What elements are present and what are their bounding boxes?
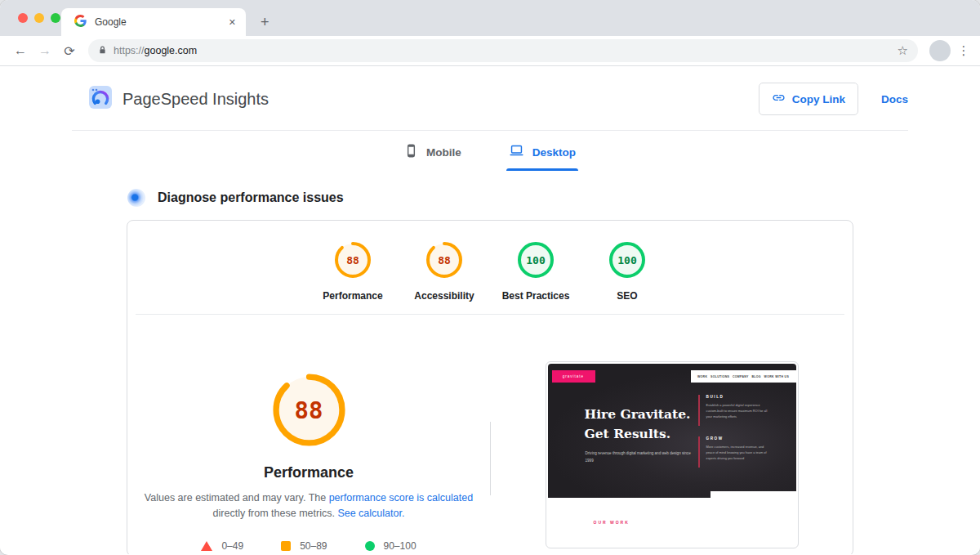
score-label: Accessibility [406, 290, 483, 302]
site-footer-strip: OUR WORK [548, 498, 796, 546]
psi-header: PageSpeed Insights Copy Link Docs [0, 66, 980, 127]
mobile-phone-icon [404, 144, 418, 160]
score-label: Best Practices [497, 290, 574, 302]
score-value: 88 [425, 240, 464, 280]
section-heading-row: Diagnose performance issues [127, 189, 980, 207]
zoom-window-button[interactable] [51, 13, 60, 23]
pagespeed-page: PageSpeed Insights Copy Link Docs [0, 66, 980, 554]
final-screenshot-panel: gravitate WORK SOLUTIONS COMPANY BLOG WO… [491, 315, 853, 552]
forward-icon[interactable]: → [33, 43, 57, 58]
site-cta: OUR WORK [594, 520, 630, 525]
link-icon [772, 91, 786, 107]
performance-section-label: Performance [127, 464, 490, 481]
site-navbar: WORK SOLUTIONS COMPANY BLOG WORK WITH US [691, 370, 796, 383]
profile-avatar[interactable] [929, 40, 951, 61]
gauge-performance[interactable]: 88 Performance [314, 240, 391, 302]
site-column-build: BUILD Establish a powerful digital exper… [698, 395, 785, 426]
site-subtext: Driving revenue through digital marketin… [586, 450, 700, 464]
site-column-title: BUILD [706, 395, 785, 399]
legend-range: 90–100 [384, 540, 416, 552]
header-divider [72, 130, 908, 131]
site-screenshot[interactable]: gravitate WORK SOLUTIONS COMPANY BLOG WO… [546, 361, 799, 548]
score-label: SEO [589, 290, 666, 302]
score-value: 100 [608, 240, 647, 280]
site-column-text: More customers, increased revenue, and p… [706, 444, 770, 461]
minimize-window-button[interactable] [34, 13, 44, 23]
url-protocol: https:// [114, 45, 145, 56]
tab-desktop[interactable]: Desktop [509, 144, 576, 171]
score-legend: 0–49 50–89 90–100 [127, 540, 490, 552]
performance-summary: 88 Performance Values are estimated and … [127, 315, 490, 552]
close-tab-icon[interactable]: ✕ [229, 17, 236, 28]
site-hero-notch [710, 491, 796, 498]
close-window-button[interactable] [18, 13, 28, 23]
score-disclaimer: Values are estimated and may vary. The p… [136, 490, 482, 522]
disclaimer-text: Values are estimated and may vary. The [145, 492, 329, 504]
copy-link-button[interactable]: Copy Link [759, 83, 858, 115]
site-columns: BUILD Establish a powerful digital exper… [698, 395, 785, 478]
legend-item-fail: 0–49 [201, 540, 243, 552]
tab-mobile[interactable]: Mobile [404, 144, 461, 171]
disclaimer-text: directly from these metrics. [213, 508, 338, 519]
page-title: PageSpeed Insights [122, 90, 269, 109]
score-calc-link[interactable]: performance score is calculated [329, 492, 473, 504]
legend-range: 50–89 [300, 540, 327, 552]
red-triangle-icon [201, 541, 212, 551]
browser-tab[interactable]: Google ✕ [61, 8, 246, 36]
site-heading: Hire Gravitate. Get Results. [585, 405, 691, 444]
tab-desktop-label: Desktop [532, 146, 576, 159]
performance-big-gauge: 88 [270, 370, 349, 450]
browser-toolbar: ← → ⟳ https://google.com ☆ ⋮ [0, 36, 980, 66]
copy-link-label: Copy Link [792, 93, 845, 105]
tab-strip: Google ✕ + [0, 0, 980, 36]
performance-detail-row: 88 Performance Values are estimated and … [127, 315, 853, 552]
tab-mobile-label: Mobile [426, 146, 461, 159]
desktop-laptop-icon [509, 144, 524, 160]
site-heading-line2: Get Results. [585, 424, 691, 444]
refresh-icon[interactable]: ⟳ [57, 43, 82, 59]
legend-range: 0–49 [221, 540, 243, 552]
legend-item-pass: 90–100 [365, 540, 416, 552]
diagnose-gauge-icon [127, 189, 145, 207]
orange-square-icon [281, 541, 291, 551]
score-gauges-row: 88 Performance 88 Accessibility [127, 221, 853, 302]
address-bar[interactable]: https://google.com ☆ [88, 39, 918, 62]
browser-window: Google ✕ + ← → ⟳ https://google.com ☆ ⋮ [0, 0, 980, 555]
pagespeed-logo-icon [88, 85, 113, 113]
bookmark-star-icon[interactable]: ☆ [898, 43, 908, 58]
gauge-accessibility[interactable]: 88 Accessibility [406, 240, 483, 302]
lock-icon [98, 43, 107, 58]
site-column-grow: GROW More customers, increased revenue, … [698, 436, 785, 468]
report-card: 88 Performance 88 Accessibility [127, 220, 853, 554]
site-hero: gravitate WORK SOLUTIONS COMPANY BLOG WO… [548, 364, 796, 498]
performance-score-value: 88 [270, 370, 349, 450]
section-heading: Diagnose performance issues [158, 190, 344, 205]
tab-title: Google [95, 16, 229, 28]
score-label: Performance [314, 290, 391, 302]
see-calculator-link[interactable]: See calculator. [337, 508, 404, 519]
device-tabs: Mobile Desktop [0, 144, 980, 171]
site-heading-line1: Hire Gravitate. [585, 405, 691, 424]
legend-item-average: 50–89 [281, 540, 327, 552]
new-tab-button[interactable]: + [261, 15, 270, 29]
site-column-title: GROW [706, 436, 785, 441]
score-value: 88 [333, 240, 372, 280]
score-value: 100 [516, 240, 555, 280]
docs-link[interactable]: Docs [881, 93, 908, 105]
gauge-best-practices[interactable]: 100 Best Practices [497, 240, 574, 302]
browser-menu-icon[interactable]: ⋮ [956, 43, 972, 58]
window-controls [18, 13, 60, 23]
gravitate-logo: gravitate [552, 370, 595, 383]
site-column-text: Establish a powerful digital experience … [706, 402, 770, 419]
green-circle-icon [365, 541, 375, 551]
google-favicon-icon [74, 15, 87, 30]
url-text: https://google.com [114, 45, 197, 56]
url-domain: google.com [145, 45, 198, 56]
gauge-seo[interactable]: 100 SEO [589, 240, 666, 302]
back-icon[interactable]: ← [8, 43, 33, 58]
